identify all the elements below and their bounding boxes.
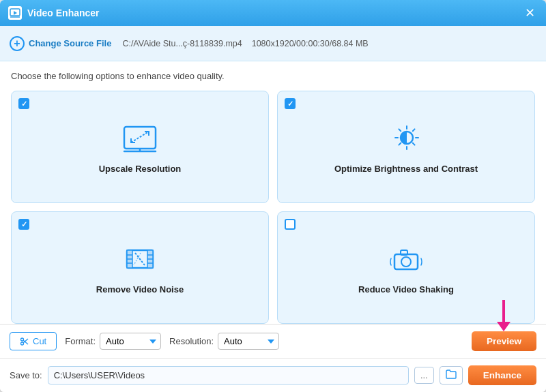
svg-line-15: [399, 143, 401, 145]
checkbox-brightness[interactable]: [285, 98, 296, 109]
cut-label: Cut: [33, 336, 46, 346]
option-brightness-label: Optimize Brightness and Contrast: [334, 164, 478, 174]
checkbox-shaking[interactable]: [285, 219, 296, 230]
save-path-input[interactable]: [48, 366, 409, 385]
save-label: Save to:: [10, 370, 42, 380]
svg-line-12: [399, 129, 401, 131]
window-title: Video Enhancer: [27, 7, 100, 18]
cut-button[interactable]: Cut: [10, 332, 57, 350]
titlebar: Video Enhancer ✕: [0, 0, 546, 26]
video-enhancer-window: Video Enhancer ✕ + Change Source File C:…: [0, 0, 546, 392]
change-source-button[interactable]: + Change Source File: [10, 36, 111, 51]
noise-icon: [121, 243, 158, 277]
option-shaking[interactable]: Reduce Video Shaking: [277, 211, 535, 324]
svg-point-28: [401, 257, 411, 267]
close-button[interactable]: ✕: [522, 4, 538, 22]
file-meta: 1080x1920/00:00:30/68.84 MB: [252, 39, 369, 48]
format-label: Format:: [65, 336, 96, 346]
format-dropdown[interactable]: Auto MP4 AVI MOV: [100, 333, 161, 350]
subtitle-text: Choose the following options to enhance …: [11, 71, 535, 81]
svg-rect-3: [124, 127, 156, 149]
plus-circle-icon: +: [10, 36, 25, 51]
folder-icon: [446, 370, 457, 379]
scissors-icon: [20, 337, 29, 346]
preview-button[interactable]: Preview: [472, 331, 536, 351]
option-upscale-label: Upscale Resolution: [99, 164, 182, 174]
titlebar-left: Video Enhancer: [8, 6, 100, 20]
file-info: C:/AVAide Stu...ç-8118839.mp4 1080x1920/…: [122, 39, 368, 48]
svg-line-14: [413, 129, 415, 131]
upscale-icon: [121, 123, 158, 157]
shaking-icon: [388, 243, 425, 277]
open-folder-button[interactable]: [440, 366, 463, 385]
browse-dots-button[interactable]: ...: [414, 367, 434, 384]
enhance-button[interactable]: Enhance: [468, 365, 536, 385]
preview-wrapper: Preview: [472, 331, 536, 351]
main-content: Choose the following options to enhance …: [0, 61, 546, 324]
brightness-icon: [388, 123, 425, 157]
checkbox-noise[interactable]: [18, 219, 29, 230]
option-shaking-label: Reduce Video Shaking: [358, 284, 454, 295]
svg-line-13: [413, 143, 415, 145]
checkbox-upscale[interactable]: [18, 98, 29, 109]
save-bar: Save to: ... Enhance: [0, 358, 546, 392]
resolution-label: Resolution:: [169, 336, 214, 346]
option-noise[interactable]: Remove Video Noise: [11, 211, 269, 324]
format-group: Format: Auto MP4 AVI MOV: [65, 333, 161, 350]
resolution-group: Resolution: Auto 720p 1080p 4K: [169, 333, 279, 350]
svg-line-25: [135, 253, 145, 265]
toolbar: + Change Source File C:/AVAide Stu...ç-8…: [0, 26, 546, 61]
option-brightness[interactable]: Optimize Brightness and Contrast: [277, 91, 535, 203]
app-icon: [8, 6, 22, 20]
resolution-dropdown[interactable]: Auto 720p 1080p 4K: [218, 333, 279, 350]
svg-line-6: [131, 132, 149, 142]
change-source-label: Change Source File: [29, 38, 111, 48]
options-grid: Upscale Resolution: [11, 91, 535, 324]
file-name: C:/AVAide Stu...ç-8118839.mp4: [122, 39, 242, 48]
option-upscale[interactable]: Upscale Resolution: [11, 91, 269, 203]
option-noise-label: Remove Video Noise: [96, 284, 184, 295]
bottom-toolbar: Cut Format: Auto MP4 AVI MOV Resolution:…: [0, 324, 546, 358]
svg-marker-1: [14, 11, 17, 15]
